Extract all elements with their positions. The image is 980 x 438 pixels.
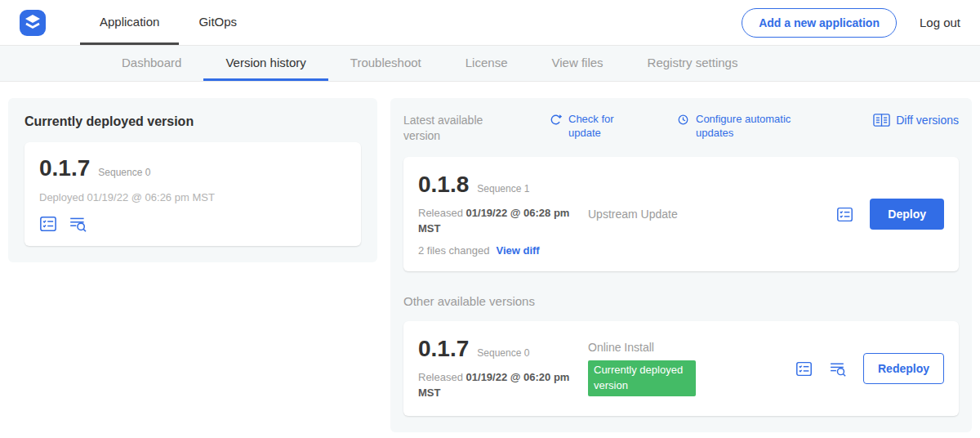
latest-version-info: 0.1.8 Sequence 1 Released 01/19/22 @ 06:… — [418, 172, 588, 257]
other-version-info: 0.1.7 Sequence 0 Released 01/19/22 @ 06:… — [418, 336, 588, 401]
diff-versions-button[interactable]: Diff versions — [873, 113, 959, 127]
deploy-button[interactable]: Deploy — [870, 199, 944, 230]
deployed-version-card: 0.1.7 Sequence 0 Deployed 01/19/22 @ 06:… — [24, 142, 361, 246]
deployed-panel-title: Currently deployed version — [24, 114, 361, 129]
other-available-versions-title: Other available versions — [403, 294, 959, 308]
deployed-version-number: 0.1.7 — [39, 155, 90, 181]
app-subnav: Dashboard Version history Troubleshoot L… — [0, 46, 980, 82]
configure-automatic-updates-button[interactable]: Configure automatic updates — [676, 113, 817, 141]
latest-released-line: Released 01/19/22 @ 06:28 pm MST — [418, 206, 573, 237]
latest-version-source: Upstream Update — [588, 208, 836, 221]
check-for-update-button[interactable]: Check for update — [549, 113, 629, 141]
tab-application[interactable]: Application — [80, 0, 179, 45]
latest-sequence-label: Sequence 1 — [477, 183, 529, 194]
diff-versions-icon — [873, 113, 890, 127]
release-notes-icon[interactable] — [795, 360, 813, 378]
latest-available-title: Latest available version — [403, 113, 501, 144]
deployed-actions — [39, 215, 346, 233]
deployed-version-line: 0.1.7 Sequence 0 — [39, 155, 346, 181]
view-diff-link[interactable]: View diff — [496, 244, 539, 257]
release-notes-icon[interactable] — [836, 206, 853, 223]
topnav-right: Add a new application Log out — [742, 0, 960, 45]
subtab-view-files[interactable]: View files — [529, 46, 625, 81]
currently-deployed-badge: Currently deployed version — [588, 360, 696, 396]
other-released-line: Released 01/19/22 @ 06:20 pm MST — [418, 370, 573, 401]
other-sequence-label: Sequence 0 — [477, 347, 529, 359]
available-versions-panel: Latest available version Check for updat… — [390, 98, 972, 432]
refresh-icon — [549, 113, 563, 127]
latest-version-number: 0.1.8 — [418, 172, 469, 198]
other-version-number: 0.1.7 — [418, 336, 469, 362]
app-logo-icon[interactable] — [20, 10, 46, 36]
logout-link[interactable]: Log out — [920, 16, 960, 29]
deployed-timestamp: Deployed 01/19/22 @ 06:26 pm MST — [39, 191, 346, 203]
latest-files-changed-line: 2 files changedView diff — [418, 244, 588, 257]
subtab-version-history[interactable]: Version history — [203, 46, 327, 81]
view-files-diff-icon[interactable] — [829, 360, 847, 378]
other-version-source: Online Install Currently deployed versio… — [588, 341, 795, 396]
redeploy-button[interactable]: Redeploy — [863, 353, 944, 384]
top-navbar: Application GitOps Add a new application… — [0, 0, 980, 46]
subtab-dashboard[interactable]: Dashboard — [100, 46, 203, 81]
top-tabs: Application GitOps — [80, 0, 256, 45]
tab-application-label: Application — [100, 15, 159, 29]
main-content: Currently deployed version 0.1.7 Sequenc… — [0, 82, 980, 438]
currently-deployed-panel: Currently deployed version 0.1.7 Sequenc… — [8, 98, 377, 262]
schedule-update-icon — [676, 113, 690, 127]
add-application-button[interactable]: Add a new application — [742, 8, 897, 38]
deployed-sequence-label: Sequence 0 — [98, 167, 150, 178]
subtab-license[interactable]: License — [443, 46, 530, 81]
other-version-card: 0.1.7 Sequence 0 Released 01/19/22 @ 06:… — [403, 321, 959, 416]
available-panel-header: Latest available version Check for updat… — [403, 113, 959, 144]
latest-version-card: 0.1.8 Sequence 1 Released 01/19/22 @ 06:… — [403, 157, 959, 272]
release-notes-icon[interactable] — [39, 215, 57, 233]
subtab-troubleshoot[interactable]: Troubleshoot — [328, 46, 443, 81]
tab-gitops-label: GitOps — [198, 15, 237, 29]
other-version-actions: Redeploy — [795, 353, 944, 384]
other-source-label: Online Install — [588, 341, 654, 354]
subtab-registry-settings[interactable]: Registry settings — [626, 46, 760, 81]
latest-version-actions: Deploy — [836, 199, 944, 230]
tab-gitops[interactable]: GitOps — [179, 0, 256, 45]
view-files-diff-icon[interactable] — [69, 215, 87, 233]
